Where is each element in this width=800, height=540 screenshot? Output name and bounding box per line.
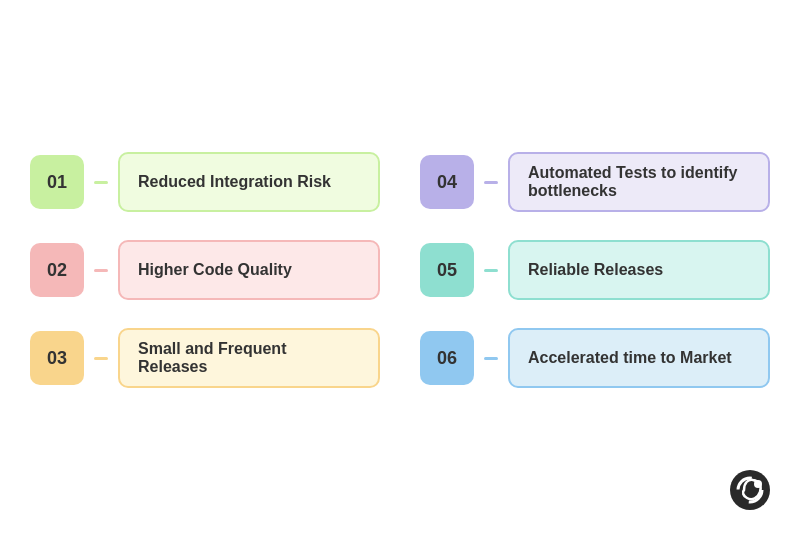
item-label: Higher Code Quality xyxy=(118,240,380,300)
item-connector xyxy=(94,357,108,360)
item-connector xyxy=(484,357,498,360)
list-item: 03 Small and Frequent Releases xyxy=(30,328,380,388)
watermark-logo xyxy=(728,468,772,512)
item-badge: 06 xyxy=(420,331,474,385)
benefits-grid: 01 Reduced Integration Risk 04 Automated… xyxy=(30,152,770,388)
item-badge: 02 xyxy=(30,243,84,297)
svg-point-2 xyxy=(754,480,762,488)
item-label: Automated Tests to identify bottlenecks xyxy=(508,152,770,212)
item-connector xyxy=(484,181,498,184)
item-connector xyxy=(94,269,108,272)
list-item: 05 Reliable Releases xyxy=(420,240,770,300)
list-item: 06 Accelerated time to Market xyxy=(420,328,770,388)
item-label: Accelerated time to Market xyxy=(508,328,770,388)
list-item: 02 Higher Code Quality xyxy=(30,240,380,300)
list-item: 04 Automated Tests to identify bottlenec… xyxy=(420,152,770,212)
item-badge: 04 xyxy=(420,155,474,209)
item-connector xyxy=(484,269,498,272)
item-label: Reduced Integration Risk xyxy=(118,152,380,212)
item-badge: 03 xyxy=(30,331,84,385)
list-item: 01 Reduced Integration Risk xyxy=(30,152,380,212)
item-label: Small and Frequent Releases xyxy=(118,328,380,388)
item-badge: 05 xyxy=(420,243,474,297)
item-label: Reliable Releases xyxy=(508,240,770,300)
item-connector xyxy=(94,181,108,184)
item-badge: 01 xyxy=(30,155,84,209)
